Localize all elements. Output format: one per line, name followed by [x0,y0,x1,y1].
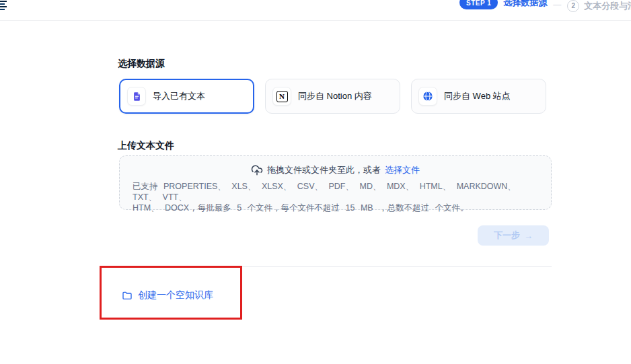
datasource-section-title: 选择数据源 [118,58,165,70]
menu-lines-icon[interactable] [0,1,7,10]
step2-label: 文本分段与清洗 [584,0,631,12]
step-indicator: STEP 1 选择数据源 — 2 文本分段与清洗 [459,0,631,10]
file-dropzone[interactable]: 拖拽文件或文件夹至此，或者 选择文件 已支持 PROPERTIES、 XLS、 … [119,155,552,210]
supported-formats-hint: 已支持 PROPERTIES、 XLS、 XLSX、 CSV、 PDF、 MD、… [133,181,538,213]
globe-icon [418,87,437,106]
dropzone-text: 拖拽文件或文件夹至此，或者 [267,164,381,176]
step2-number-badge: 2 [567,0,579,12]
top-header: STEP 1 选择数据源 — 2 文本分段与清洗 [0,0,631,21]
datasource-option-notion[interactable]: N 同步自 Notion 内容 [265,79,400,114]
next-step-button[interactable]: 下一步 → [478,225,549,246]
datasource-option-label: 同步自 Web 站点 [444,90,511,102]
create-empty-kb-label: 创建一个空知识库 [138,289,213,301]
hint-line-2: HTM、 DOCX，每批最多 5 个文件，每个文件不超过 15 MB ，总数不超… [133,203,538,213]
folder-icon [122,290,133,301]
create-empty-kb-link[interactable]: 创建一个空知识库 [122,289,213,301]
footer-divider [118,266,552,267]
datasource-options: 导入已有文本 N 同步自 Notion 内容 同步自 Web 站点 [119,79,546,114]
datasource-option-label: 同步自 Notion 内容 [298,90,372,102]
step-separator: — [553,0,561,9]
datasource-option-label: 导入已有文本 [153,90,205,102]
hint-line-1: 已支持 PROPERTIES、 XLS、 XLSX、 CSV、 PDF、 MD、… [133,181,538,203]
create-knowledge-base-page: STEP 1 选择数据源 — 2 文本分段与清洗 选择数据源 导入已有文本 N [0,0,631,364]
datasource-option-import-text[interactable]: 导入已有文本 [119,79,254,114]
upload-section-title: 上传文本文件 [118,140,174,152]
step1-label: 选择数据源 [503,0,547,9]
notion-icon: N [272,87,291,106]
browse-files-link[interactable]: 选择文件 [385,164,420,176]
file-text-icon [127,87,146,106]
step1-badge: STEP 1 [459,0,498,9]
cloud-upload-icon [251,164,263,176]
arrow-right-icon: → [524,231,533,241]
next-step-label: 下一步 [494,229,520,242]
dropzone-instruction: 拖拽文件或文件夹至此，或者 选择文件 [120,164,551,176]
datasource-option-web[interactable]: 同步自 Web 站点 [411,79,546,114]
